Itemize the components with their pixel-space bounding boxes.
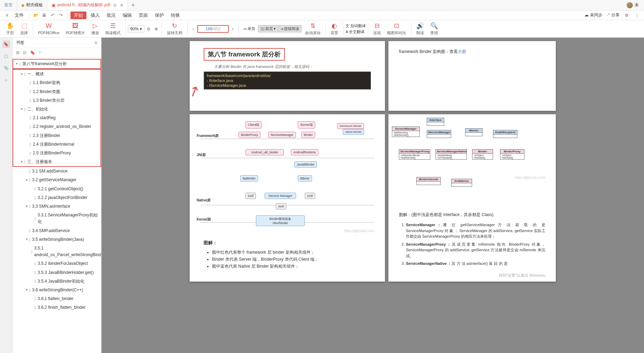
- bookmark-item[interactable]: ▯2.1 startReg: [13, 114, 100, 122]
- zoom-in-icon[interactable]: ⊕: [153, 25, 160, 32]
- tab-template[interactable]: ◆稻壳模板: [17, 0, 47, 10]
- tab-restore-icon[interactable]: ⧉: [113, 3, 116, 8]
- section-title: 第八节 framework 层分析: [204, 48, 285, 61]
- bookmark-item[interactable]: ▼▯3.3 SMN.asInterface: [13, 202, 101, 211]
- pdf-page: Framework层 JNI层 Native层 Kernel层 Client端 …: [190, 114, 385, 282]
- tab-new-button[interactable]: +: [128, 2, 138, 8]
- tab-home[interactable]: 首页: [0, 0, 17, 10]
- select-tool[interactable]: ⬚选择: [17, 22, 31, 36]
- play-tool[interactable]: ▷播放: [89, 22, 102, 36]
- link: 大图: [458, 49, 466, 54]
- bookmark-item[interactable]: ▯3.1 SM.addService: [13, 167, 101, 176]
- find-tool[interactable]: 🔍查找: [427, 22, 441, 36]
- single-page-btn[interactable]: ▭ 单页: [241, 25, 258, 32]
- tab-bar: 首页 ◆稻壳模板 ▣android fr...精编内核解析.pdf ⧉ ✕ + …: [0, 0, 644, 10]
- folder-open-icon[interactable]: 📂: [32, 12, 39, 19]
- print-icon[interactable]: 🖶: [41, 12, 48, 19]
- bookmark-item[interactable]: ▼▯二、初始化: [13, 105, 100, 114]
- caption-text: 主要分析 Binder 在 java framework 层的框架，相关源码：: [214, 64, 371, 69]
- expand-all-icon[interactable]: ⊞: [16, 50, 20, 55]
- main-area: 🔖 ▢ 📎 ⟐ 书签 ✕ ⊞ ⊟ 🔖 ⚐ ▼▯第八节framework层分析▼▯…: [0, 38, 644, 353]
- attachment-icon[interactable]: 📎: [2, 64, 10, 72]
- thumbnail-icon[interactable]: ▢: [2, 52, 10, 60]
- redo-icon[interactable]: ↷: [58, 12, 65, 19]
- bookmark-item[interactable]: ▯3.4 SMP.addService: [13, 227, 101, 235]
- sync-status[interactable]: ☁ 未同步: [584, 12, 602, 18]
- bookmark-item[interactable]: ▯2.3 注册Binder: [13, 131, 100, 140]
- user-area[interactable]: 未: [621, 2, 644, 8]
- windows-activation-text: 转到"设置"以激活 Windows。: [499, 273, 549, 278]
- page-next-icon[interactable]: ›: [229, 25, 236, 32]
- double-page-btn[interactable]: ▯▯ 双页 ▾: [258, 25, 278, 32]
- bookmark-item[interactable]: ▯2.4 注册BinderInternal: [13, 140, 100, 149]
- bookmark-close-icon[interactable]: ✕: [94, 40, 98, 45]
- settings-icon[interactable]: ⚙: [623, 12, 630, 19]
- tab-active-doc[interactable]: ▣android fr...精编内核解析.pdf ⧉ ✕: [47, 0, 128, 10]
- bookmark-item[interactable]: ▯3.5.3 JavaBBinderHolder.get(): [13, 268, 101, 277]
- bookmark-item[interactable]: ▯3.3.1 ServiceManagerProxy初始化: [13, 211, 101, 226]
- explain-heading: 图解：(图中浅蓝色都是 Interface，其余都是 Class): [399, 212, 545, 218]
- rotate-tool[interactable]: ↻旋转文档: [164, 22, 185, 36]
- more-icon[interactable]: ⋮: [634, 12, 641, 19]
- pdf-page: framework Binder 架构图：查看大图: [388, 41, 556, 111]
- side-icons: 🔖 ▢ 📎 ⟐: [0, 38, 13, 353]
- bookmark-item[interactable]: ▯2.2 register_android_os_Binder: [13, 122, 100, 131]
- bookmark-item[interactable]: ▯1.1 Binder架构: [13, 78, 100, 87]
- bookmark-panel: 书签 ✕ ⊞ ⊟ 🔖 ⚐ ▼▯第八节framework层分析▼▯一、概述▯1.1…: [13, 38, 101, 353]
- file-menu[interactable]: 文件: [12, 12, 26, 18]
- read-mode-tool[interactable]: ☰阅读模式: [103, 22, 123, 36]
- add-bookmark-icon[interactable]: 🔖: [30, 50, 35, 55]
- bookmark-item[interactable]: ▼▯第八节framework层分析: [13, 59, 101, 69]
- share-button[interactable]: ↗ 分享: [606, 12, 620, 18]
- collapse-all-icon[interactable]: ⊟: [23, 50, 26, 55]
- bookmark-item[interactable]: ▼▯3.6 writeStrongBinder(C++): [13, 286, 101, 294]
- compress-tool[interactable]: ⊟压缩: [370, 22, 384, 36]
- menu-convert[interactable]: 转换: [168, 12, 183, 18]
- page-prev-icon[interactable]: ‹: [190, 25, 197, 32]
- bookmark-item[interactable]: ▼▯3.5 writeStrongBinder(Java): [13, 235, 101, 244]
- tab-close-icon[interactable]: ✕: [120, 3, 123, 8]
- undo-icon[interactable]: ↶: [49, 12, 56, 19]
- page-input[interactable]: 189/452: [197, 25, 229, 33]
- bookmark-item[interactable]: ▼▯3.2 getIServiceManager: [13, 176, 101, 184]
- menu-insert[interactable]: 插入: [88, 12, 103, 18]
- start-menu[interactable]: 开始: [70, 11, 86, 19]
- pdf-page: IInterface… ServiceManager+getService()+…: [388, 114, 556, 282]
- bookmark-tree[interactable]: ▼▯第八节framework层分析▼▯一、概述▯1.1 Binder架构▯1.2…: [13, 57, 101, 353]
- bookmark-item[interactable]: ▯3.2.2 javaObjectForIBinder: [13, 193, 101, 202]
- menu-page[interactable]: 页面: [136, 12, 151, 18]
- bookmark-item[interactable]: ▼▯三、注册服务: [13, 158, 100, 166]
- pdf-to-image[interactable]: 🖼PDF转图片: [63, 22, 88, 36]
- crop-tool[interactable]: ⊡截图和对比: [384, 22, 409, 36]
- word-translate[interactable]: 文 划词翻译: [346, 23, 366, 29]
- bookmark-item[interactable]: ▯3.6.2 finish_flatten_binder: [13, 303, 101, 312]
- auto-scroll-tool[interactable]: ⇅自动滚动: [302, 22, 323, 36]
- menu-hamburger-icon[interactable]: ≡: [3, 12, 10, 19]
- bookmark-item[interactable]: ▯2.5 注册BinderProxy: [13, 149, 100, 158]
- avatar: [627, 2, 633, 8]
- continuous-read-btn[interactable]: ≡ 连续阅读: [279, 25, 302, 32]
- menu-edit[interactable]: 编辑: [120, 12, 135, 18]
- hand-tool[interactable]: ✋手型: [3, 22, 17, 36]
- bookmark-item[interactable]: ▯3.5.1 android_os_Parcel_writeStrongBind…: [13, 244, 101, 259]
- pdf-page: ↗ 第八节 framework 层分析 主要分析 Binder 在 java f…: [190, 41, 385, 111]
- document-viewport[interactable]: ↗ 第八节 framework 层分析 主要分析 Binder 在 java f…: [101, 38, 644, 353]
- zoom-out-icon[interactable]: ⊖: [145, 25, 152, 32]
- bookmark-item[interactable]: ▯1.3 Binder类分层: [13, 96, 100, 105]
- bookmark-item[interactable]: ▼▯一、概述: [13, 70, 100, 78]
- bookmark-item[interactable]: ▯1.2 Binder类图: [13, 87, 100, 96]
- bookmark-item[interactable]: ▯3.6.1 flatten_binder: [13, 294, 101, 303]
- bookmark-flag-icon[interactable]: ⚐: [39, 50, 43, 55]
- full-translate[interactable]: A 全文翻译: [346, 29, 366, 34]
- background-tool[interactable]: ◐背景: [328, 22, 341, 36]
- zoom-select[interactable]: 90% ▾: [128, 25, 144, 32]
- speak-tool[interactable]: 🔊朗读: [414, 22, 427, 36]
- nav-icon[interactable]: ⟐: [2, 76, 10, 84]
- bookmark-icon[interactable]: 🔖: [2, 40, 10, 48]
- menu-annotate[interactable]: 批注: [104, 12, 119, 18]
- bookmark-item[interactable]: ▯3.5.4 JavaBBinder初始化: [13, 277, 101, 286]
- menu-protect[interactable]: 保护: [152, 12, 167, 18]
- bookmark-item[interactable]: ▯3.2.1 getContextObject(): [13, 185, 101, 193]
- pdf-to-office[interactable]: WPDF转Office: [35, 22, 62, 36]
- bookmark-item[interactable]: ▯3.5.2 ibinderForJavaObject: [13, 259, 101, 268]
